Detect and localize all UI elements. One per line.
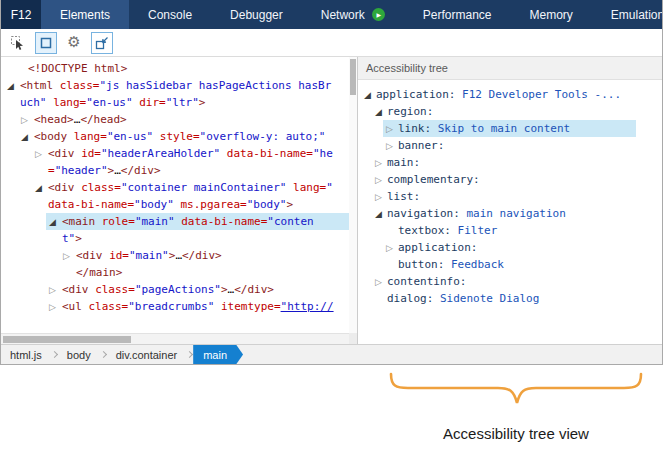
expand-arrow-icon[interactable]: ◢ [35,180,48,197]
tab-console[interactable]: Console [129,0,211,29]
tab-memory[interactable]: Memory [511,0,592,29]
code-token: lang= [53,96,86,109]
a11y-role: application: [398,241,477,254]
code-token: </head> [80,113,126,126]
code-token: "headerAreaHolder" [101,147,227,160]
expand-arrow-icon[interactable]: ◢ [7,78,20,95]
code-token: "body" [247,198,287,211]
tab-network[interactable]: Network▶ [302,0,404,29]
breadcrumb-separator-icon [51,351,58,358]
dom-highlight-icon [94,35,110,51]
code-token: data-bi-name= [48,198,134,211]
accessibility-tree-row[interactable]: ▷application: [358,239,662,256]
a11y-value: Feedback [451,258,504,271]
accessibility-tree-row[interactable]: ▷banner: [358,137,662,154]
accessibility-tree-row[interactable]: ▷complementary: [358,171,662,188]
code-token: <body [34,130,74,143]
expand-arrow-icon[interactable]: ◢ [21,129,34,146]
accessibility-tree-row[interactable]: button: Feedback [358,256,662,273]
collapse-arrow-icon[interactable]: ▷ [375,274,387,291]
expand-arrow-icon[interactable]: ◢ [375,206,387,223]
collapse-arrow-icon[interactable]: ▷ [375,189,387,206]
accessibility-tree-row[interactable]: ▷contentinfo: [358,273,662,290]
collapse-arrow-icon[interactable]: ▷ [49,282,62,299]
a11y-value: main navigation [466,207,565,220]
tab-elements[interactable]: Elements [41,0,129,29]
accessibility-tree-row[interactable]: ▷main: [358,154,662,171]
accessibility-tree: ◢application: F12 Developer Tools -...◢r… [358,86,662,307]
tab-debugger[interactable]: Debugger [211,0,302,29]
collapse-arrow-icon[interactable]: ▷ [386,138,398,155]
expand-arrow-icon[interactable]: ◢ [364,87,376,104]
vertical-scrollbar-thumb[interactable] [350,59,356,95]
a11y-value: F12 Developer Tools -... [462,88,621,101]
dom-tree-row[interactable]: ="header">…</div> [1,162,349,179]
dom-tree-row[interactable]: ▷<ul class="breadcrumbs" itemtype="http:… [1,298,349,315]
dom-tree-row[interactable]: ◢<html class="js hasSidebar hasPageActio… [1,77,349,94]
collapse-arrow-icon[interactable]: ▷ [35,146,48,163]
tab-label: Elements [60,8,110,22]
breadcrumb-item-main[interactable]: main [193,345,243,365]
a11y-role: main: [387,156,420,169]
dom-tree-row[interactable]: t"> [1,230,349,247]
code-token: " [326,181,333,194]
accessibility-tree-row[interactable]: ▷link: Skip to main content [358,120,662,137]
tab-label: Emulation [611,8,662,22]
breadcrumb-item-html-js[interactable]: html.js [1,349,51,361]
dom-tree-row[interactable]: </main> [1,264,349,281]
dom-tree-row[interactable]: uch" lang="en-us" dir="ltr"> [1,94,349,111]
a11y-role: complementary: [387,173,480,186]
breadcrumb-separator-icon [100,351,107,358]
horizontal-scrollbar[interactable] [1,333,349,344]
code-token: <ul [62,300,89,313]
horizontal-scrollbar-thumb[interactable] [3,336,131,343]
tab-performance[interactable]: Performance [404,0,511,29]
dom-tree-row[interactable]: data-bi-name="body" ms.pgarea="body"> [1,196,349,213]
settings-gear-button[interactable]: ⚙ [63,32,85,54]
code-token: style= [160,130,200,143]
dom-tree-row[interactable]: ▷<div class="pageActions">…</div> [1,281,349,298]
annotation-caption: Accessibility tree view [388,425,644,442]
collapse-arrow-icon[interactable]: ▷ [63,248,76,265]
collapse-arrow-icon[interactable]: ▷ [49,299,62,316]
accessibility-panel: Accessibility tree ◢application: F12 Dev… [358,57,662,344]
dom-tree-row[interactable]: <!DOCTYPE html> [1,60,349,77]
accessibility-tree-row[interactable]: dialog: Sidenote Dialog [358,290,662,307]
code-token: "header" [55,164,108,177]
dom-tree: <!DOCTYPE html>◢<html class="js hasSideb… [1,60,349,315]
dom-tree-row[interactable]: ◢<div class="container mainContainer" la… [1,179,349,196]
collapse-arrow-icon[interactable]: ▷ [21,112,34,129]
dom-tree-row[interactable]: ▷<div id="headerAreaHolder" data-bi-name… [1,145,349,162]
dom-tree-row[interactable]: ▷<div id="main">…</div> [1,247,349,264]
a11y-role: textbox: [398,224,451,237]
dom-tree-row[interactable]: ◢<main role="main" data-bi-name="conten [1,213,349,230]
f12-menu-button[interactable]: F12 [1,0,41,29]
tab-emulation[interactable]: Emulation [592,0,662,29]
a11y-role: navigation: [387,207,460,220]
annotation-area: Accessibility tree view [0,365,667,468]
accessibility-tree-row[interactable]: textbox: Filter [358,222,662,239]
collapse-arrow-icon[interactable]: ▷ [386,121,398,138]
code-token: "main" [135,215,181,228]
code-token: … [175,249,182,262]
vertical-scrollbar[interactable] [349,57,357,333]
breadcrumb-item-div-container[interactable]: div.container [107,349,187,361]
expand-arrow-icon[interactable]: ◢ [375,104,387,121]
dom-tree-row[interactable]: ▷<head>…</head> [1,111,349,128]
collapse-arrow-icon[interactable]: ▷ [375,155,387,172]
select-element-button[interactable] [7,32,29,54]
accessibility-tree-row[interactable]: ◢navigation: main navigation [358,205,662,222]
a11y-role: link: [398,122,431,135]
collapse-arrow-icon[interactable]: ▷ [375,172,387,189]
accessibility-tree-row[interactable]: ◢region: [358,103,662,120]
highlight-elements-button[interactable] [35,32,57,54]
tab-label: Console [148,8,192,22]
breadcrumb-item-body[interactable]: body [58,349,100,361]
dom-tree-row[interactable]: ◢<body lang="en-us" style="overflow-y: a… [1,128,349,145]
collapse-arrow-icon[interactable]: ▷ [386,240,398,257]
accessibility-tree-row[interactable]: ◢application: F12 Developer Tools -... [358,86,662,103]
expand-arrow-icon[interactable]: ◢ [49,214,62,231]
dom-highlight-toggle-button[interactable] [91,32,113,54]
accessibility-tree-row[interactable]: ▷list: [358,188,662,205]
code-token: "pageActions" [135,283,221,296]
